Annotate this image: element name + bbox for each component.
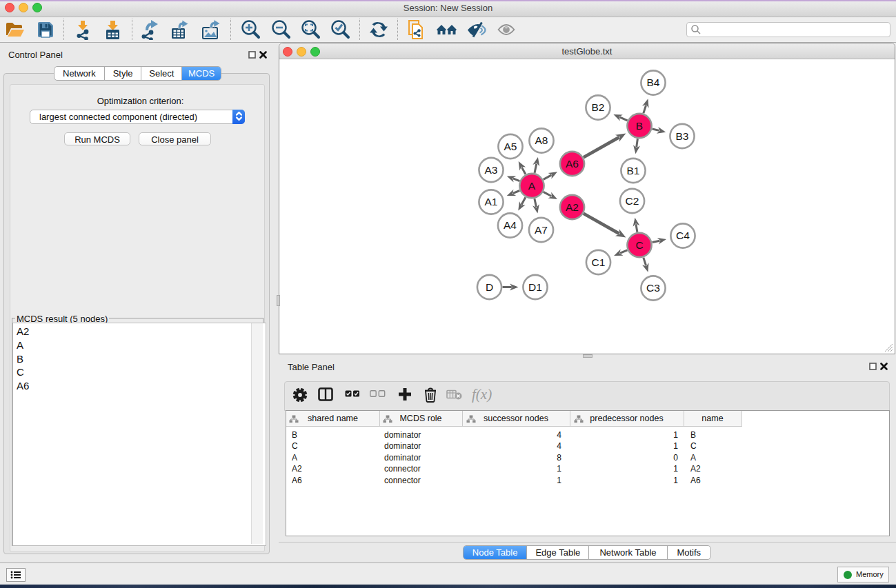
svg-text:A5: A5 — [504, 141, 517, 152]
svg-text:B4: B4 — [647, 77, 660, 88]
svg-text:C1: C1 — [592, 256, 606, 268]
svg-text:B2: B2 — [592, 101, 605, 113]
svg-text:A: A — [528, 180, 536, 192]
svg-text:A7: A7 — [535, 224, 548, 236]
svg-text:C: C — [635, 239, 643, 251]
svg-text:C3: C3 — [646, 282, 660, 294]
svg-text:D1: D1 — [528, 281, 542, 293]
svg-text:C2: C2 — [626, 195, 639, 207]
svg-text:B1: B1 — [627, 165, 640, 176]
svg-text:B: B — [636, 120, 643, 132]
svg-text:A1: A1 — [485, 196, 498, 207]
svg-text:A4: A4 — [504, 219, 517, 231]
svg-text:C4: C4 — [676, 230, 690, 241]
svg-text:A3: A3 — [485, 164, 498, 176]
svg-text:A2: A2 — [566, 201, 579, 213]
svg-text:A8: A8 — [535, 134, 548, 146]
svg-text:B3: B3 — [676, 130, 689, 142]
svg-text:D: D — [486, 281, 493, 293]
svg-text:A6: A6 — [566, 158, 579, 170]
